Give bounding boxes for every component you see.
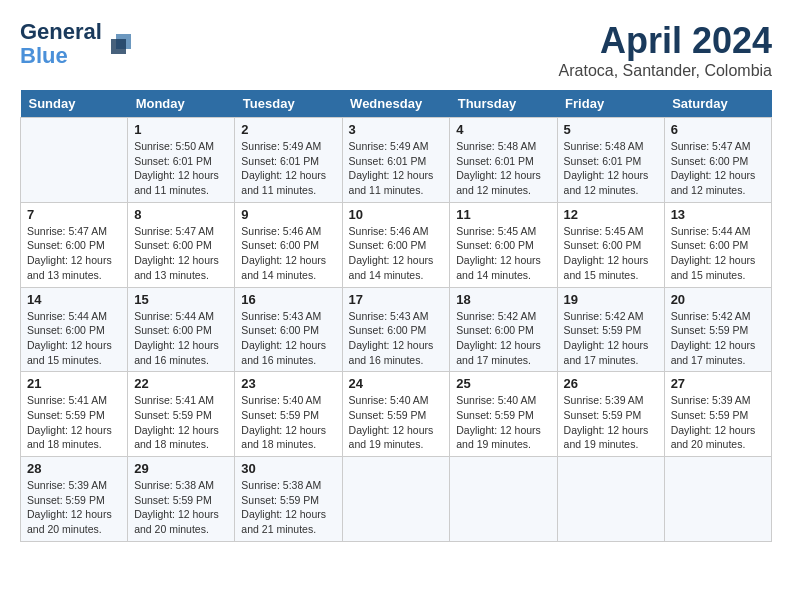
logo-icon: [106, 29, 136, 59]
day-info: Sunrise: 5:49 AM Sunset: 6:01 PM Dayligh…: [241, 139, 335, 198]
day-number: 22: [134, 376, 228, 391]
day-info: Sunrise: 5:39 AM Sunset: 5:59 PM Dayligh…: [27, 478, 121, 537]
calendar-cell: 2Sunrise: 5:49 AM Sunset: 6:01 PM Daylig…: [235, 118, 342, 203]
day-number: 4: [456, 122, 550, 137]
day-number: 9: [241, 207, 335, 222]
day-info: Sunrise: 5:48 AM Sunset: 6:01 PM Dayligh…: [564, 139, 658, 198]
day-info: Sunrise: 5:47 AM Sunset: 6:00 PM Dayligh…: [671, 139, 765, 198]
calendar-cell: 14Sunrise: 5:44 AM Sunset: 6:00 PM Dayli…: [21, 287, 128, 372]
day-number: 8: [134, 207, 228, 222]
day-info: Sunrise: 5:41 AM Sunset: 5:59 PM Dayligh…: [134, 393, 228, 452]
day-info: Sunrise: 5:47 AM Sunset: 6:00 PM Dayligh…: [27, 224, 121, 283]
day-info: Sunrise: 5:46 AM Sunset: 6:00 PM Dayligh…: [349, 224, 444, 283]
day-info: Sunrise: 5:47 AM Sunset: 6:00 PM Dayligh…: [134, 224, 228, 283]
calendar-week-row: 7Sunrise: 5:47 AM Sunset: 6:00 PM Daylig…: [21, 202, 772, 287]
weekday-header-tuesday: Tuesday: [235, 90, 342, 118]
day-number: 7: [27, 207, 121, 222]
day-info: Sunrise: 5:42 AM Sunset: 5:59 PM Dayligh…: [671, 309, 765, 368]
calendar-cell: 23Sunrise: 5:40 AM Sunset: 5:59 PM Dayli…: [235, 372, 342, 457]
calendar-header-row: SundayMondayTuesdayWednesdayThursdayFrid…: [21, 90, 772, 118]
day-info: Sunrise: 5:44 AM Sunset: 6:00 PM Dayligh…: [134, 309, 228, 368]
day-info: Sunrise: 5:42 AM Sunset: 6:00 PM Dayligh…: [456, 309, 550, 368]
day-info: Sunrise: 5:44 AM Sunset: 6:00 PM Dayligh…: [671, 224, 765, 283]
day-info: Sunrise: 5:43 AM Sunset: 6:00 PM Dayligh…: [241, 309, 335, 368]
day-number: 3: [349, 122, 444, 137]
calendar-cell: 11Sunrise: 5:45 AM Sunset: 6:00 PM Dayli…: [450, 202, 557, 287]
weekday-header-wednesday: Wednesday: [342, 90, 450, 118]
day-info: Sunrise: 5:45 AM Sunset: 6:00 PM Dayligh…: [564, 224, 658, 283]
calendar-cell: 20Sunrise: 5:42 AM Sunset: 5:59 PM Dayli…: [664, 287, 771, 372]
day-number: 23: [241, 376, 335, 391]
day-number: 12: [564, 207, 658, 222]
day-number: 19: [564, 292, 658, 307]
calendar-week-row: 1Sunrise: 5:50 AM Sunset: 6:01 PM Daylig…: [21, 118, 772, 203]
calendar-cell: 3Sunrise: 5:49 AM Sunset: 6:01 PM Daylig…: [342, 118, 450, 203]
calendar-cell: 22Sunrise: 5:41 AM Sunset: 5:59 PM Dayli…: [128, 372, 235, 457]
calendar-cell: 13Sunrise: 5:44 AM Sunset: 6:00 PM Dayli…: [664, 202, 771, 287]
day-info: Sunrise: 5:41 AM Sunset: 5:59 PM Dayligh…: [27, 393, 121, 452]
day-number: 28: [27, 461, 121, 476]
day-number: 29: [134, 461, 228, 476]
calendar-week-row: 21Sunrise: 5:41 AM Sunset: 5:59 PM Dayli…: [21, 372, 772, 457]
calendar-cell: 7Sunrise: 5:47 AM Sunset: 6:00 PM Daylig…: [21, 202, 128, 287]
day-info: Sunrise: 5:46 AM Sunset: 6:00 PM Dayligh…: [241, 224, 335, 283]
day-number: 10: [349, 207, 444, 222]
day-number: 20: [671, 292, 765, 307]
day-number: 17: [349, 292, 444, 307]
logo-text: GeneralBlue: [20, 20, 102, 68]
day-number: 14: [27, 292, 121, 307]
day-number: 26: [564, 376, 658, 391]
calendar-cell: 6Sunrise: 5:47 AM Sunset: 6:00 PM Daylig…: [664, 118, 771, 203]
title-block: April 2024 Aratoca, Santander, Colombia: [559, 20, 772, 80]
day-number: 18: [456, 292, 550, 307]
day-info: Sunrise: 5:48 AM Sunset: 6:01 PM Dayligh…: [456, 139, 550, 198]
calendar-cell: 16Sunrise: 5:43 AM Sunset: 6:00 PM Dayli…: [235, 287, 342, 372]
calendar-table: SundayMondayTuesdayWednesdayThursdayFrid…: [20, 90, 772, 542]
calendar-week-row: 28Sunrise: 5:39 AM Sunset: 5:59 PM Dayli…: [21, 457, 772, 542]
day-info: Sunrise: 5:38 AM Sunset: 5:59 PM Dayligh…: [134, 478, 228, 537]
calendar-cell: 27Sunrise: 5:39 AM Sunset: 5:59 PM Dayli…: [664, 372, 771, 457]
day-number: 30: [241, 461, 335, 476]
day-number: 6: [671, 122, 765, 137]
calendar-cell: 5Sunrise: 5:48 AM Sunset: 6:01 PM Daylig…: [557, 118, 664, 203]
calendar-cell: 15Sunrise: 5:44 AM Sunset: 6:00 PM Dayli…: [128, 287, 235, 372]
day-info: Sunrise: 5:49 AM Sunset: 6:01 PM Dayligh…: [349, 139, 444, 198]
weekday-header-thursday: Thursday: [450, 90, 557, 118]
svg-marker-1: [111, 39, 126, 54]
calendar-cell: [21, 118, 128, 203]
page-header: GeneralBlue April 2024 Aratoca, Santande…: [20, 20, 772, 80]
day-number: 2: [241, 122, 335, 137]
day-number: 25: [456, 376, 550, 391]
day-number: 16: [241, 292, 335, 307]
day-info: Sunrise: 5:39 AM Sunset: 5:59 PM Dayligh…: [671, 393, 765, 452]
calendar-cell: 21Sunrise: 5:41 AM Sunset: 5:59 PM Dayli…: [21, 372, 128, 457]
day-number: 1: [134, 122, 228, 137]
day-number: 21: [27, 376, 121, 391]
calendar-cell: [557, 457, 664, 542]
calendar-cell: 25Sunrise: 5:40 AM Sunset: 5:59 PM Dayli…: [450, 372, 557, 457]
day-info: Sunrise: 5:40 AM Sunset: 5:59 PM Dayligh…: [349, 393, 444, 452]
calendar-cell: 30Sunrise: 5:38 AM Sunset: 5:59 PM Dayli…: [235, 457, 342, 542]
calendar-cell: 18Sunrise: 5:42 AM Sunset: 6:00 PM Dayli…: [450, 287, 557, 372]
day-info: Sunrise: 5:43 AM Sunset: 6:00 PM Dayligh…: [349, 309, 444, 368]
calendar-body: 1Sunrise: 5:50 AM Sunset: 6:01 PM Daylig…: [21, 118, 772, 542]
weekday-header-friday: Friday: [557, 90, 664, 118]
day-info: Sunrise: 5:38 AM Sunset: 5:59 PM Dayligh…: [241, 478, 335, 537]
day-info: Sunrise: 5:42 AM Sunset: 5:59 PM Dayligh…: [564, 309, 658, 368]
day-number: 13: [671, 207, 765, 222]
calendar-cell: 28Sunrise: 5:39 AM Sunset: 5:59 PM Dayli…: [21, 457, 128, 542]
calendar-cell: 19Sunrise: 5:42 AM Sunset: 5:59 PM Dayli…: [557, 287, 664, 372]
calendar-cell: [664, 457, 771, 542]
calendar-cell: 24Sunrise: 5:40 AM Sunset: 5:59 PM Dayli…: [342, 372, 450, 457]
day-number: 24: [349, 376, 444, 391]
calendar-cell: 26Sunrise: 5:39 AM Sunset: 5:59 PM Dayli…: [557, 372, 664, 457]
day-number: 5: [564, 122, 658, 137]
calendar-cell: 1Sunrise: 5:50 AM Sunset: 6:01 PM Daylig…: [128, 118, 235, 203]
day-info: Sunrise: 5:50 AM Sunset: 6:01 PM Dayligh…: [134, 139, 228, 198]
calendar-cell: [450, 457, 557, 542]
calendar-week-row: 14Sunrise: 5:44 AM Sunset: 6:00 PM Dayli…: [21, 287, 772, 372]
weekday-header-monday: Monday: [128, 90, 235, 118]
day-number: 27: [671, 376, 765, 391]
day-info: Sunrise: 5:45 AM Sunset: 6:00 PM Dayligh…: [456, 224, 550, 283]
month-title: April 2024: [559, 20, 772, 62]
